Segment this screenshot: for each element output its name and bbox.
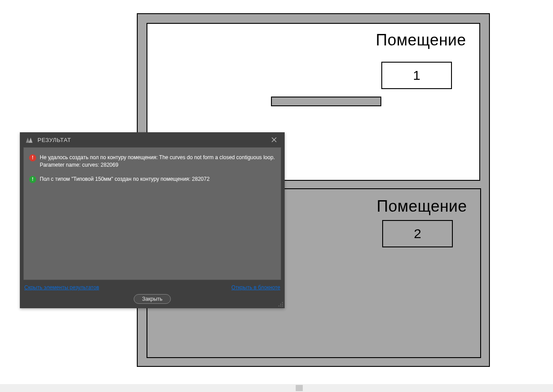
success-icon: !: [29, 176, 36, 183]
dialog-message-area: ! Не удалось создать пол по контуру поме…: [23, 147, 281, 280]
message-row: ! Пол с типом "Типовой 150мм" создан по …: [29, 175, 275, 183]
svg-point-7: [282, 306, 283, 306]
close-button[interactable]: Закрыть: [134, 294, 171, 304]
dialog-footer: Закрыть: [20, 291, 285, 308]
message-text: Пол с типом "Типовой 150мм" создан по ко…: [40, 175, 210, 183]
svg-point-6: [280, 306, 281, 306]
dialog-title: РЕЗУЛЬТАТ: [38, 137, 268, 143]
hide-elements-link[interactable]: Скрыть элементы результатов: [24, 284, 99, 291]
dialog-links: Скрыть элементы результатов Открыть в бл…: [20, 283, 285, 291]
message-text: Не удалось создать пол по контуру помеще…: [40, 154, 275, 169]
scrollbar-thumb[interactable]: [296, 385, 303, 391]
svg-point-4: [282, 304, 283, 305]
room-title: Помещение: [377, 197, 467, 216]
svg-point-3: [280, 304, 281, 305]
room-title: Помещение: [376, 31, 466, 49]
svg-point-2: [282, 302, 283, 303]
close-icon[interactable]: [268, 134, 280, 146]
wall-segment: [271, 97, 381, 106]
open-in-notepad-link[interactable]: Открыть в блокноте: [231, 284, 280, 291]
app-logo-icon: [25, 136, 34, 144]
result-dialog: РЕЗУЛЬТАТ ! Не удалось создать пол по ко…: [20, 132, 285, 308]
message-row: ! Не удалось создать пол по контуру поме…: [29, 154, 275, 169]
room-number: 1: [381, 62, 452, 89]
svg-point-5: [278, 306, 279, 306]
error-icon: !: [29, 154, 36, 161]
resize-grip-icon[interactable]: [278, 302, 283, 307]
room-number: 2: [382, 220, 453, 247]
horizontal-scrollbar[interactable]: [0, 384, 553, 392]
dialog-titlebar[interactable]: РЕЗУЛЬТАТ: [20, 132, 285, 147]
